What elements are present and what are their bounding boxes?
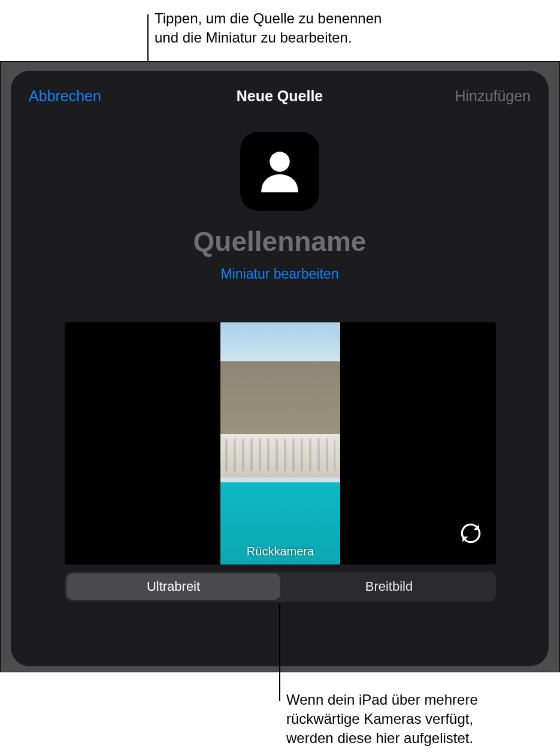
source-name-field[interactable]: Quellenname xyxy=(11,225,549,258)
person-icon xyxy=(253,144,306,199)
svg-point-0 xyxy=(270,152,289,171)
edit-thumbnail-link[interactable]: Miniatur bearbeiten xyxy=(11,266,549,282)
callout-bottom-line3: werden diese hier aufgelistet. xyxy=(286,729,550,748)
callout-bottom-line1: Wenn dein iPad über mehrere xyxy=(286,690,550,709)
camera-switch-icon xyxy=(458,520,484,549)
add-button[interactable]: Hinzufügen xyxy=(455,87,531,105)
camera-preview[interactable]: Rückkamera xyxy=(65,322,496,564)
callout-top-line1: Tippen, um die Quelle zu benennen xyxy=(155,9,382,28)
thumbnail-avatar[interactable] xyxy=(240,132,319,211)
segment-wide[interactable]: Breitbild xyxy=(282,572,496,602)
callout-bottom: Wenn dein iPad über mehrere rückwärtige … xyxy=(286,690,550,748)
callout-bottom-line2: rückwärtige Kameras verfügt, xyxy=(286,709,550,729)
new-source-sheet: Abbrechen Neue Quelle Hinzufügen Quellen… xyxy=(11,71,549,666)
camera-label: Rückkamera xyxy=(247,545,314,558)
camera-preview-image xyxy=(220,322,340,564)
callout-leader-line xyxy=(279,604,280,701)
segment-ultrawide[interactable]: Ultrabreit xyxy=(66,573,280,600)
switch-camera-button[interactable] xyxy=(456,520,485,549)
callout-top-line2: und die Miniatur zu bearbeiten. xyxy=(155,28,382,47)
sheet-header: Abbrechen Neue Quelle Hinzufügen xyxy=(11,71,549,113)
callout-top: Tippen, um die Quelle zu benennen und di… xyxy=(155,9,382,47)
camera-lens-segmented[interactable]: Ultrabreit Breitbild xyxy=(65,572,496,602)
